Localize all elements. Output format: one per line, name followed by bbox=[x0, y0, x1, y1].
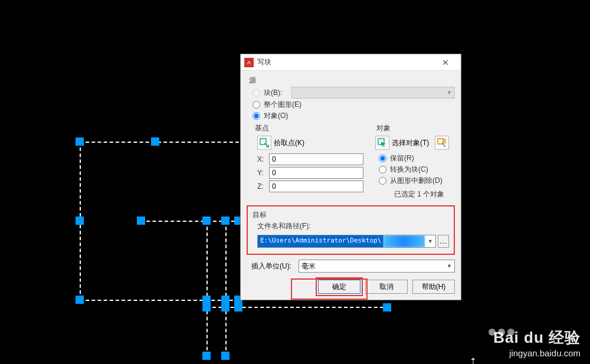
insert-units-select[interactable]: 毫米 ▼ bbox=[299, 260, 455, 273]
cad-handle[interactable] bbox=[221, 296, 230, 304]
cad-handle[interactable] bbox=[202, 217, 211, 225]
objects-column: 对象 选择对象(T) 保留(R) bbox=[368, 123, 455, 199]
radio-delete-label: 从图形中删除(D) bbox=[390, 176, 442, 186]
watermark-url: jingyan.baidu.com bbox=[493, 348, 581, 358]
cad-handle[interactable] bbox=[76, 296, 84, 304]
cad-handle[interactable] bbox=[202, 352, 211, 360]
radio-delete[interactable] bbox=[379, 177, 386, 185]
radio-retain-row[interactable]: 保留(R) bbox=[379, 153, 455, 163]
radio-retain[interactable] bbox=[379, 155, 386, 162]
chevron-down-icon[interactable]: ▼ bbox=[425, 235, 435, 247]
radio-block bbox=[253, 89, 260, 97]
cad-edge bbox=[225, 221, 227, 356]
insert-units-label: 插入单位(U): bbox=[251, 261, 291, 271]
radio-object-label: 对象(O) bbox=[264, 111, 288, 121]
radio-convert-label: 转换为块(C) bbox=[390, 165, 428, 175]
cad-handle[interactable] bbox=[221, 303, 230, 311]
radio-retain-label: 保留(R) bbox=[390, 153, 414, 163]
pick-point-label: 拾取点(K) bbox=[274, 138, 304, 148]
z-input[interactable] bbox=[269, 181, 363, 192]
selected-count: 已选定 1 个对象 bbox=[394, 189, 455, 199]
cad-handle[interactable] bbox=[234, 303, 242, 311]
pick-point-icon bbox=[260, 138, 269, 147]
radio-delete-row[interactable]: 从图形中删除(D) bbox=[379, 176, 455, 186]
select-objects-label: 选择对象(T) bbox=[392, 138, 429, 148]
cancel-button[interactable]: 取消 bbox=[365, 280, 408, 294]
cad-handle[interactable] bbox=[76, 217, 84, 225]
radio-convert[interactable] bbox=[379, 166, 386, 173]
source-group-label: 源 bbox=[247, 76, 455, 86]
chevron-down-icon: ▼ bbox=[447, 263, 452, 269]
cad-handle[interactable] bbox=[202, 296, 211, 304]
radio-object[interactable] bbox=[253, 112, 260, 120]
z-label: Z: bbox=[257, 182, 267, 191]
block-combobox: ▼ bbox=[291, 87, 455, 99]
select-objects-icon bbox=[378, 138, 387, 147]
app-icon: A bbox=[244, 58, 254, 67]
cad-handle[interactable] bbox=[76, 137, 84, 146]
watermark-logo: Bai du 经验 bbox=[493, 327, 581, 348]
path-blur bbox=[384, 235, 425, 247]
destination-label: 目标 bbox=[253, 210, 449, 220]
radio-object-row[interactable]: 对象(O) bbox=[253, 111, 455, 121]
cad-handle[interactable] bbox=[221, 352, 230, 360]
radio-entire-row[interactable]: 整个图形(E) bbox=[253, 100, 455, 110]
dialog-title: 写块 bbox=[257, 57, 434, 67]
radio-entire-label: 整个图形(E) bbox=[264, 100, 301, 110]
path-combobox[interactable]: E:\Users\Administrator\Desktop\ ▼ bbox=[257, 235, 436, 248]
basepoint-label: 基点 bbox=[255, 123, 363, 133]
basepoint-column: 基点 拾取点(K) X: Y: Z: bbox=[247, 123, 363, 199]
x-label: X: bbox=[257, 155, 267, 163]
x-input[interactable] bbox=[269, 153, 363, 165]
close-button[interactable]: ✕ bbox=[434, 54, 457, 71]
dialog-titlebar[interactable]: A 写块 ✕ bbox=[241, 54, 461, 71]
y-input[interactable] bbox=[269, 167, 363, 179]
cad-edge bbox=[80, 300, 239, 301]
select-objects-button[interactable] bbox=[375, 136, 389, 150]
insert-units-value: 毫米 bbox=[301, 261, 316, 271]
cad-handle[interactable] bbox=[383, 303, 391, 311]
help-button[interactable]: 帮助(H) bbox=[412, 280, 455, 294]
destination-highlight-box: 目标 文件名和路径(F): E:\Users\Administrator\Des… bbox=[247, 205, 455, 255]
quick-select-icon bbox=[437, 138, 447, 147]
path-label: 文件名和路径(F): bbox=[257, 221, 449, 231]
radio-block-row: 块(B): ▼ bbox=[253, 87, 455, 99]
cad-handle[interactable] bbox=[202, 303, 211, 311]
objects-label: 对象 bbox=[376, 123, 455, 133]
quick-select-button[interactable] bbox=[435, 136, 449, 150]
cad-edge bbox=[206, 221, 208, 356]
cad-handle[interactable] bbox=[137, 217, 145, 225]
radio-block-label: 块(B): bbox=[264, 88, 282, 98]
cad-handle[interactable] bbox=[151, 137, 159, 146]
cad-handle[interactable] bbox=[221, 217, 230, 225]
radio-convert-row[interactable]: 转换为块(C) bbox=[379, 165, 455, 175]
write-block-dialog: A 写块 ✕ 源 块(B): ▼ 整个图形(E) 对象(O) 基点 bbox=[240, 54, 461, 300]
browse-button[interactable]: ... bbox=[438, 235, 449, 248]
cursor-icon: ⇡ bbox=[470, 356, 477, 364]
cad-edge bbox=[80, 142, 239, 143]
path-input[interactable]: E:\Users\Administrator\Desktop\ bbox=[258, 235, 384, 247]
chevron-down-icon: ▼ bbox=[447, 90, 454, 96]
watermark: Bai du 经验 jingyan.baidu.com bbox=[493, 327, 581, 358]
pick-point-button[interactable] bbox=[257, 136, 271, 150]
y-label: Y: bbox=[257, 169, 267, 177]
ok-button[interactable]: 确定 bbox=[318, 280, 360, 294]
radio-entire[interactable] bbox=[253, 101, 260, 109]
